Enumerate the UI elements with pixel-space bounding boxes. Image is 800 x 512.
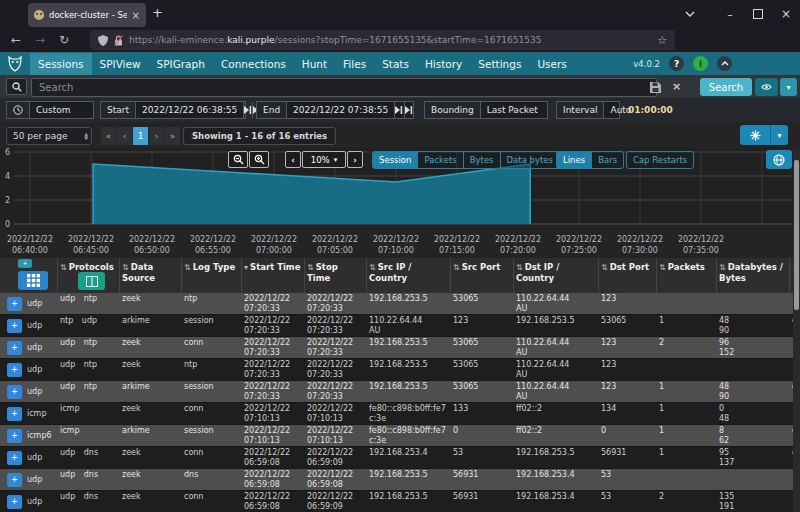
toggle-view-button[interactable]	[18, 271, 48, 290]
expand-session-button[interactable]: +	[7, 385, 22, 399]
column-layout-button[interactable]	[78, 272, 105, 290]
first-page-button[interactable]: «	[101, 127, 116, 145]
expand-session-button[interactable]: +	[7, 473, 22, 487]
bounding-select[interactable]: Last Packet	[481, 105, 544, 115]
graph-zoom-select[interactable]: 10% ▾	[302, 151, 346, 168]
pan-left-button[interactable]: ‹	[285, 151, 301, 168]
time-range-select[interactable]: Custom	[30, 105, 76, 115]
nav-item-stats[interactable]: Stats	[374, 53, 417, 75]
nav-item-users[interactable]: Users	[529, 53, 574, 75]
style-bars-button[interactable]: Bars	[591, 151, 624, 169]
expand-session-button[interactable]: +	[7, 495, 22, 509]
maximize-button[interactable]	[744, 0, 772, 28]
search-icon-button[interactable]	[6, 78, 27, 95]
forward-button[interactable]: →	[30, 33, 50, 47]
close-button[interactable]: ×	[772, 0, 800, 28]
pan-right-button[interactable]: ›	[347, 151, 363, 168]
clear-search-icon[interactable]: ×	[668, 78, 685, 95]
end-time-input[interactable]: 2022/12/22 07:38:55	[287, 105, 394, 115]
cell-src-ip-line1: fe80::c898:b0ff:fe7c:3e	[369, 426, 449, 445]
cell-ip-protocol: udp	[27, 343, 42, 353]
toggle-header-button[interactable]: +	[18, 259, 32, 268]
column-label: Protocols	[69, 262, 114, 272]
metric-data-bytes-button[interactable]: Data bytes	[500, 151, 560, 169]
svg-text:06:40:00: 06:40:00	[12, 246, 48, 255]
back-button[interactable]: ←	[6, 33, 26, 47]
nav-item-sessions[interactable]: Sessions	[30, 53, 92, 75]
cap-restarts-button[interactable]: Cap Restarts	[626, 151, 694, 169]
search-actions-dropdown[interactable]: ▾	[780, 78, 797, 96]
nav-item-connections[interactable]: Connections	[213, 53, 294, 75]
start-time-input[interactable]: 2022/12/22 06:38:55	[136, 105, 243, 115]
expand-session-button[interactable]: +	[7, 297, 22, 311]
metric-packets-button[interactable]: Packets	[417, 151, 463, 169]
cell-start-time: 2022/12/2207:20:33	[242, 293, 305, 314]
zoom-out-button[interactable]	[228, 151, 248, 168]
expand-session-button[interactable]: +	[7, 363, 22, 377]
sort-icon: ▾	[244, 263, 248, 272]
prev-page-button[interactable]: ‹	[117, 127, 132, 145]
column-header-data-source[interactable]: ⇅Data Source	[120, 258, 182, 293]
search-button[interactable]: Search	[700, 78, 752, 96]
views-eye-button[interactable]	[755, 78, 778, 96]
column-header-stop-time[interactable]: ⇅Stop Time	[305, 258, 367, 293]
nav-item-settings[interactable]: Settings	[470, 53, 529, 75]
metric-bytes-button[interactable]: Bytes	[463, 151, 501, 169]
reload-button[interactable]: ↻	[54, 33, 74, 47]
expand-session-button[interactable]: +	[7, 407, 22, 421]
table-settings-button[interactable]: ▾	[740, 125, 788, 145]
open-map-button[interactable]	[766, 150, 792, 169]
lock-insecure-icon[interactable]	[114, 35, 123, 46]
tabs-dropdown-icon[interactable]	[676, 0, 704, 28]
page-scrollbar-thumb[interactable]	[794, 160, 799, 310]
start-snap-back-button[interactable]	[243, 102, 252, 118]
current-page-button[interactable]: 1	[133, 127, 148, 145]
cell-src-ip: 192.168.253.5	[367, 293, 451, 314]
column-header-src-port[interactable]: ⇅Src Port	[451, 258, 514, 293]
help-icon[interactable]: ?	[669, 56, 684, 71]
expand-session-button[interactable]: +	[7, 319, 22, 333]
minimize-button[interactable]: –	[716, 0, 744, 28]
url-bar[interactable]: https://kali-eminence.kali.purple/sessio…	[90, 30, 675, 50]
nav-item-hunt[interactable]: Hunt	[294, 53, 335, 75]
nav-item-spigraph[interactable]: SPIGraph	[149, 53, 213, 75]
end-snap-back-button[interactable]	[394, 102, 403, 118]
save-view-button[interactable]	[646, 79, 664, 95]
nav-item-history[interactable]: History	[417, 53, 470, 75]
style-lines-button[interactable]: Lines	[556, 151, 592, 169]
clock-icon[interactable]	[7, 102, 30, 118]
next-page-button[interactable]: ›	[149, 127, 164, 145]
collapse-navbar-icon[interactable]	[717, 56, 732, 71]
per-page-label: 50 per page	[13, 131, 68, 141]
column-header-dst-port[interactable]: ⇅Dst Port	[599, 258, 657, 293]
tracking-shield-icon[interactable]	[98, 35, 108, 46]
column-header-databytes-bytes[interactable]: ⇅Databytes / Bytes	[717, 258, 790, 293]
column-label: Start Time	[250, 262, 300, 272]
cell-dst-ip-line1: 110.22.64.44	[516, 294, 597, 304]
nav-item-spiview[interactable]: SPIView	[92, 53, 149, 75]
tab-close-icon[interactable]: ×	[132, 10, 140, 21]
last-page-button[interactable]: »	[165, 127, 180, 145]
cell-stop-time-line2: 07:20:33	[307, 304, 365, 314]
column-header-dst-ip-country[interactable]: ⇅Dst IP / Country	[514, 258, 599, 293]
new-tab-button[interactable]: +	[152, 5, 163, 20]
nav-item-files[interactable]: Files	[335, 53, 374, 75]
bookmark-star-icon[interactable]: ☆	[657, 34, 667, 47]
start-time-group: Start 2022/12/22 06:38:55	[100, 101, 246, 119]
cell-stop-time-line1: 2022/12/22	[307, 316, 365, 326]
metric-session-button[interactable]: Session	[372, 151, 418, 169]
column-header-log-type[interactable]: ⇅Log Type	[182, 258, 242, 293]
health-status-icon[interactable]: i	[693, 56, 708, 71]
zoom-in-button[interactable]	[249, 151, 269, 168]
column-header-packets[interactable]: ⇅Packets	[657, 258, 717, 293]
expand-session-button[interactable]: +	[7, 429, 22, 443]
end-snap-forward-button[interactable]	[404, 102, 413, 118]
expand-session-button[interactable]: +	[7, 341, 22, 355]
cell-stop-time: 2022/12/2206:59:08	[305, 469, 367, 490]
per-page-select[interactable]: 50 per page ▲▼	[6, 127, 92, 145]
expand-session-button[interactable]: +	[7, 451, 22, 465]
column-header-start-time[interactable]: ▾Start Time	[242, 258, 305, 293]
column-header-src-ip-country[interactable]: ⇅Src IP / Country	[367, 258, 451, 293]
browser-tab[interactable]: docker-cluster - Sessions ×	[28, 3, 146, 27]
search-input[interactable]	[31, 78, 657, 97]
